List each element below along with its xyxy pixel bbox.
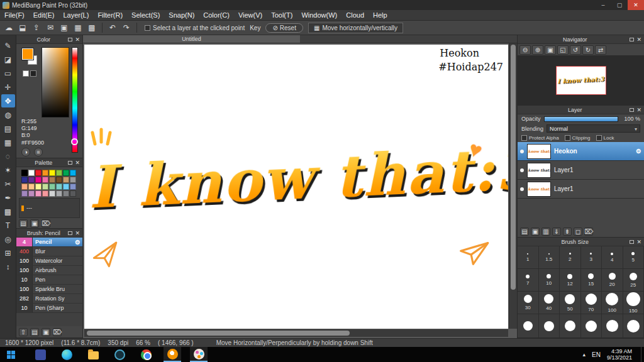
palette-swatch[interactable] bbox=[28, 190, 35, 197]
new-brush-icon[interactable]: ▤ bbox=[30, 328, 39, 336]
panel-close-icon[interactable]: ✕ bbox=[75, 230, 80, 236]
start-button[interactable] bbox=[0, 347, 21, 362]
palette-swatch[interactable] bbox=[42, 177, 48, 183]
edit-color-icon[interactable]: ▣ bbox=[30, 219, 39, 228]
menu-item[interactable]: View(V) bbox=[234, 10, 267, 20]
menu-item[interactable]: File(F) bbox=[0, 10, 29, 20]
brush-size-cell[interactable]: 1.5 bbox=[539, 246, 560, 269]
brush-size-cell[interactable] bbox=[560, 314, 581, 337]
magic-wand-tool[interactable]: ✶ bbox=[1, 163, 15, 177]
palette-swatch[interactable] bbox=[56, 177, 62, 183]
palette-swatch[interactable] bbox=[63, 190, 69, 197]
palette-swatch[interactable] bbox=[70, 177, 76, 183]
eraser-tool[interactable]: ◪ bbox=[1, 53, 15, 66]
redo-icon[interactable]: ↷ bbox=[120, 22, 133, 33]
palette-swatch[interactable] bbox=[49, 184, 55, 190]
panel-close-icon[interactable]: ✕ bbox=[636, 239, 641, 245]
brush-size-cell[interactable]: 70 bbox=[581, 292, 602, 314]
brush-size-cell[interactable] bbox=[623, 314, 644, 337]
control-point-tool[interactable]: ✒ bbox=[1, 191, 15, 204]
bucket-tool[interactable]: ◍ bbox=[1, 108, 15, 121]
new-folder-icon[interactable]: ▥ bbox=[541, 228, 550, 236]
menu-item[interactable]: Edit(E) bbox=[29, 10, 59, 20]
brush-size-cell[interactable]: 5 bbox=[623, 246, 644, 269]
menu-item[interactable]: Color(C) bbox=[199, 10, 234, 20]
taskbar-clock[interactable]: 4:39 AM 9/13/2021 bbox=[607, 348, 635, 361]
taskbar-app-explorer[interactable] bbox=[84, 347, 102, 362]
horizontal-scrollbar-thumb[interactable] bbox=[87, 331, 350, 336]
panel-popout-icon[interactable] bbox=[630, 38, 634, 41]
rotate-cw-icon[interactable]: ↻ bbox=[582, 45, 594, 55]
delete-brush-icon[interactable]: ⌦ bbox=[53, 328, 62, 336]
lasso-tool[interactable]: ◌ bbox=[1, 150, 15, 163]
brush-size-cell[interactable]: 100 bbox=[602, 292, 623, 314]
brush-size-cell[interactable]: 15 bbox=[581, 269, 602, 292]
taskbar-app-chrome[interactable] bbox=[137, 347, 155, 362]
palette-swatch[interactable] bbox=[63, 170, 69, 176]
palette-swatch[interactable] bbox=[56, 184, 62, 190]
taskbar-app-palette[interactable] bbox=[190, 347, 208, 362]
menu-item[interactable]: Layer(L) bbox=[58, 10, 93, 20]
delete-color-icon[interactable]: ⌦ bbox=[42, 219, 50, 228]
brush-list-item[interactable]: 400 Blur bbox=[16, 247, 82, 256]
zoom-tool[interactable]: ◎ bbox=[1, 233, 15, 246]
menu-item[interactable]: Window(W) bbox=[297, 10, 341, 20]
palette-swatch[interactable] bbox=[28, 170, 35, 176]
hue-slider-handle[interactable] bbox=[71, 138, 78, 145]
add-color-icon[interactable]: ▤ bbox=[19, 219, 28, 228]
panel-popout-icon[interactable] bbox=[630, 108, 634, 112]
reset-view-icon[interactable]: ⇄ bbox=[595, 45, 606, 55]
palette-swatch[interactable] bbox=[70, 184, 76, 190]
saturation-value-picker[interactable] bbox=[42, 47, 69, 118]
eyedropper-tool[interactable]: ✛ bbox=[1, 80, 15, 94]
move-tool[interactable]: ✥ bbox=[1, 94, 15, 107]
palette-swatch[interactable] bbox=[35, 190, 42, 197]
hand-tool[interactable]: ↕ bbox=[1, 260, 15, 273]
palette-swatch[interactable] bbox=[21, 177, 28, 183]
brush-size-cell[interactable]: 25 bbox=[623, 269, 644, 292]
menu-item[interactable]: Filter(R) bbox=[93, 10, 127, 20]
layer-visibility-dot[interactable] bbox=[520, 150, 524, 153]
brush-list-item[interactable]: 100 Airbrush bbox=[16, 266, 82, 275]
figure-tool[interactable]: ▭ bbox=[1, 67, 15, 80]
panel-popout-icon[interactable] bbox=[68, 38, 72, 41]
clipping-checkbox[interactable] bbox=[565, 135, 570, 141]
brush-list-item[interactable]: 10 Pen bbox=[16, 275, 82, 285]
panel-close-icon[interactable]: ✕ bbox=[636, 36, 641, 43]
tray-chevron-icon[interactable]: ▴ bbox=[583, 351, 586, 358]
gear-icon[interactable] bbox=[75, 239, 80, 246]
brush-list-item[interactable]: 100 Watercolor bbox=[16, 256, 82, 266]
lock-checkbox[interactable] bbox=[596, 135, 602, 141]
rotate-ccw-icon[interactable]: ↺ bbox=[570, 45, 581, 55]
brush-size-cell[interactable]: 20 bbox=[602, 269, 623, 292]
divide-tool[interactable]: ✂ bbox=[1, 177, 15, 190]
palette-swatch[interactable] bbox=[63, 184, 69, 190]
publish-icon[interactable]: ⇪ bbox=[30, 22, 43, 33]
color-wheel-icon[interactable]: ◑ bbox=[21, 148, 30, 156]
brush-size-cell[interactable] bbox=[539, 314, 560, 337]
reset-button[interactable]: ⊘ Reset bbox=[265, 23, 303, 33]
palette-swatch[interactable] bbox=[70, 190, 76, 197]
pen-tool[interactable]: ✎ bbox=[1, 39, 15, 52]
palette-swatch[interactable] bbox=[21, 170, 28, 176]
vertical-scrollbar-thumb[interactable] bbox=[511, 45, 516, 290]
select-rect-tool[interactable]: ▦ bbox=[1, 136, 15, 149]
clear-layer-icon[interactable]: ◻ bbox=[574, 228, 582, 236]
palette-swatch[interactable] bbox=[70, 170, 76, 176]
palette-swatch[interactable] bbox=[56, 170, 62, 176]
panel-popout-icon[interactable] bbox=[68, 231, 72, 235]
new-layer-icon[interactable]: ▤ bbox=[520, 228, 529, 236]
taskbar-app-medibang[interactable] bbox=[164, 347, 181, 362]
move-mode-button[interactable]: ▦ Move horizontally/vertically bbox=[308, 23, 403, 33]
canvas-viewport[interactable]: Heokon #Hoidap247 I know that:3 bbox=[83, 43, 517, 338]
mesh-tool[interactable]: ▩ bbox=[1, 205, 15, 218]
palette-swatch[interactable] bbox=[28, 177, 35, 183]
palette-swatch[interactable] bbox=[28, 184, 35, 190]
protect-alpha-checkbox[interactable] bbox=[521, 135, 527, 141]
palette-swatch[interactable] bbox=[63, 177, 69, 183]
close-button[interactable] bbox=[628, 0, 644, 10]
palette-swatch[interactable] bbox=[42, 170, 48, 176]
save-icon[interactable]: ⬓ bbox=[16, 22, 29, 33]
actual-pixels-icon[interactable]: ◱ bbox=[557, 45, 569, 55]
duplicate-layer-icon[interactable]: ▣ bbox=[531, 228, 540, 236]
